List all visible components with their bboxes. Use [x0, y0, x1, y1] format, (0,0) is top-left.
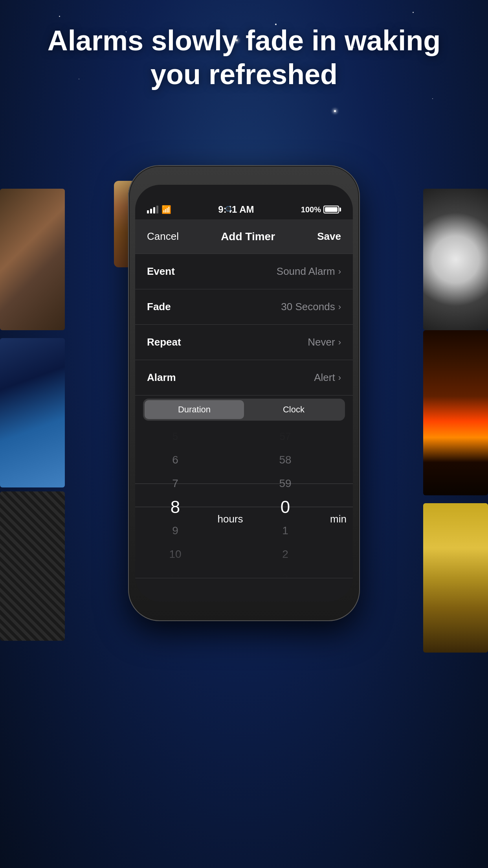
picker-hour-9: 9 — [172, 519, 178, 542]
fade-value: 30 Seconds — [281, 301, 335, 313]
fade-row[interactable]: Fade 30 Seconds › — [135, 289, 353, 325]
event-chevron-icon: › — [338, 267, 341, 277]
side-image-sailboat — [0, 189, 65, 330]
segment-clock-label: Clock — [283, 405, 305, 415]
alarm-value: Alert — [314, 371, 335, 384]
picker-min-58: 58 — [279, 448, 291, 472]
segment-duration[interactable]: Duration — [145, 400, 244, 419]
side-image-fire — [423, 330, 488, 495]
phone-device: 📶 9:41 AM 100% Cancel Add Timer Save — [128, 165, 360, 621]
status-left: 📶 — [147, 205, 171, 214]
picker-mins-col[interactable]: 57 58 59 0 1 2 3 — [246, 425, 325, 578]
picker-hours-col[interactable]: 5 6 7 8 9 10 11 — [136, 425, 215, 578]
picker-min-2: 2 — [282, 542, 288, 566]
repeat-value-group: Never › — [308, 336, 341, 348]
battery-body — [323, 206, 339, 213]
repeat-chevron-icon: › — [338, 337, 341, 348]
signal-bar-4 — [156, 206, 158, 213]
picker-hour-7: 7 — [172, 472, 178, 495]
headline-line2: you refreshed — [150, 59, 338, 90]
form-section: Event Sound Alarm › Fade 30 Seconds › Re… — [135, 254, 353, 395]
status-right: 100% — [301, 205, 341, 214]
nav-bar: Cancel Add Timer Save — [135, 219, 353, 254]
status-bar: 📶 9:41 AM 100% — [135, 185, 353, 219]
picker-wrapper: 5 6 7 8 9 10 11 hours 57 — [135, 425, 353, 578]
picker-container[interactable]: 5 6 7 8 9 10 11 hours 57 — [135, 425, 353, 578]
repeat-value: Never — [308, 336, 335, 348]
battery-percent: 100% — [301, 205, 321, 214]
signal-bar-1 — [147, 210, 149, 213]
picker-hour-6: 6 — [172, 448, 178, 472]
segment-duration-label: Duration — [178, 405, 211, 415]
side-image-clock — [423, 503, 488, 653]
fade-value-group: 30 Seconds › — [281, 301, 341, 313]
save-button[interactable]: Save — [317, 230, 341, 243]
segment-clock[interactable]: Clock — [244, 400, 343, 419]
battery-tip — [339, 208, 341, 211]
picker-mins-label: min — [330, 513, 347, 525]
picker-hour-10: 10 — [169, 542, 181, 566]
cancel-button[interactable]: Cancel — [147, 230, 179, 243]
repeat-label: Repeat — [147, 336, 181, 348]
picker-min-57: 57 — [280, 425, 291, 448]
wifi-icon: 📶 — [161, 205, 171, 214]
phone-screen: 📶 9:41 AM 100% Cancel Add Timer Save — [135, 185, 353, 601]
alarm-label: Alarm — [147, 371, 176, 384]
picker-min-59: 59 — [279, 472, 291, 495]
side-image-cat — [0, 491, 65, 641]
nav-title: Add Timer — [221, 230, 275, 243]
signal-bar-3 — [153, 207, 155, 213]
picker-hours-label: hours — [217, 513, 243, 525]
repeat-row[interactable]: Repeat Never › — [135, 325, 353, 360]
battery-icon — [323, 206, 341, 213]
segmented-control[interactable]: Duration Clock — [143, 399, 345, 421]
bottom-area — [135, 578, 353, 601]
picker-mins-group: 57 58 59 0 1 2 3 min — [246, 425, 352, 578]
picker-min-selected: 0 — [281, 495, 290, 519]
signal-bars — [147, 206, 158, 213]
side-image-abstract — [0, 338, 65, 487]
mins-label-col: min — [325, 430, 352, 578]
hours-label-col: hours — [215, 430, 246, 578]
alarm-row[interactable]: Alarm Alert › — [135, 360, 353, 395]
side-image-spider — [423, 189, 488, 330]
fade-chevron-icon: › — [338, 302, 341, 312]
fade-label: Fade — [147, 301, 171, 313]
picker-hour-5: 5 — [172, 425, 178, 448]
camera-dot — [226, 206, 231, 211]
headline-line1: Alarms slowly fade in waking — [48, 25, 440, 56]
picker-min-1: 1 — [282, 519, 288, 542]
event-label: Event — [147, 265, 175, 278]
bottom-separator — [135, 578, 353, 578]
battery-fill — [325, 207, 338, 212]
picker-hour-selected: 8 — [171, 495, 180, 519]
picker-min-3: 3 — [283, 566, 288, 578]
signal-bar-2 — [150, 209, 152, 213]
event-value: Sound Alarm — [277, 265, 335, 278]
alarm-value-group: Alert › — [314, 371, 341, 384]
event-value-group: Sound Alarm › — [277, 265, 341, 278]
picker-hour-11: 11 — [170, 566, 181, 578]
status-time: 9:41 AM — [218, 204, 254, 215]
picker-hours-group: 5 6 7 8 9 10 11 hours — [136, 425, 246, 578]
alarm-chevron-icon: › — [338, 373, 341, 383]
headline: Alarms slowly fade in waking you refresh… — [0, 24, 488, 92]
event-row[interactable]: Event Sound Alarm › — [135, 254, 353, 289]
